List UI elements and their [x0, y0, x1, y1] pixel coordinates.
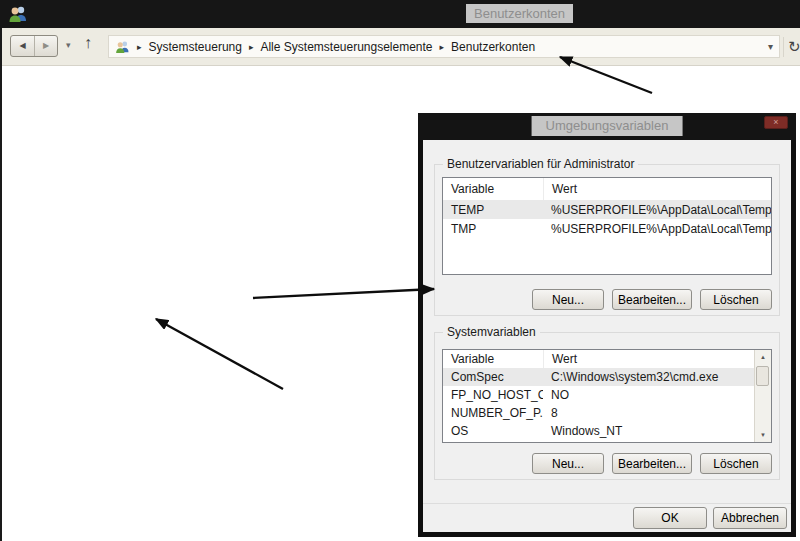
user-variables-buttons: Neu... Bearbeiten... Löschen: [524, 289, 772, 310]
column-wert: Wert: [543, 178, 771, 200]
cell-variable: ComSpec: [443, 370, 543, 384]
user-variables-group: Benutzervariablen für Administrator Vari…: [434, 164, 780, 316]
table-row-comspec[interactable]: ComSpec C:\Windows\system32\cmd.exe: [443, 368, 754, 386]
dialog-footer: OK Abbrechen: [423, 503, 791, 532]
table-row-os[interactable]: OS Windows_NT: [443, 422, 754, 440]
new-user-variable-button[interactable]: Neu...: [532, 289, 604, 310]
system-variables-list[interactable]: Variable Wert ComSpec C:\Windows\system3…: [442, 349, 772, 443]
system-variables-group-label: Systemvariablen: [443, 325, 540, 339]
column-variable: Variable: [443, 182, 543, 196]
breadcrumb-item-alle-elemente[interactable]: Alle Systemsteuerungselemente: [260, 40, 432, 54]
cell-variable: TEMP: [443, 203, 543, 217]
delete-system-variable-button[interactable]: Löschen: [700, 453, 772, 474]
table-row-tmp[interactable]: TMP %USERPROFILE%\AppData\Local\Temp: [443, 219, 771, 238]
scrollbar-thumb[interactable]: [756, 366, 769, 386]
user-variables-group-label: Benutzervariablen für Administrator: [443, 157, 638, 171]
chevron-right-icon: ▸: [137, 42, 142, 52]
environment-variables-dialog: Umgebungsvariablen × Benutzervariablen f…: [418, 113, 796, 537]
chevron-right-icon: ▸: [440, 42, 445, 52]
back-button[interactable]: ◀: [11, 36, 34, 56]
column-wert: Wert: [543, 350, 754, 368]
nav-history-buttons: ◀ ▶: [10, 35, 58, 57]
cell-wert: NO: [543, 388, 754, 402]
delete-user-variable-button[interactable]: Löschen: [700, 289, 772, 310]
system-variables-group: Systemvariablen Variable Wert ComSpec C:…: [434, 332, 780, 480]
cell-variable: NUMBER_OF_P...: [443, 406, 543, 420]
window-titlebar: Benutzerkonten: [0, 0, 800, 28]
list-header: Variable Wert: [443, 350, 754, 368]
close-icon[interactable]: ×: [764, 116, 788, 129]
edit-system-variable-button[interactable]: Bearbeiten...: [612, 453, 692, 474]
recent-pages-dropdown-icon[interactable]: ▾: [66, 40, 71, 50]
scroll-down-icon[interactable]: ▼: [755, 428, 771, 442]
window-left-border: [0, 28, 2, 541]
cell-wert: %USERPROFILE%\AppData\Local\Temp: [543, 222, 771, 236]
list-header: Variable Wert: [443, 178, 771, 200]
cell-wert: %USERPROFILE%\AppData\Local\Temp: [543, 203, 771, 217]
ok-button[interactable]: OK: [633, 507, 707, 529]
user-variables-list[interactable]: Variable Wert TEMP %USERPROFILE%\AppData…: [442, 177, 772, 275]
dialog-title: Umgebungsvariablen: [532, 116, 683, 136]
table-row-number-of-processors[interactable]: NUMBER_OF_P... 8: [443, 404, 754, 422]
cell-variable: FP_NO_HOST_C...: [443, 388, 543, 402]
forward-button[interactable]: ▶: [34, 36, 57, 56]
scrollbar-track[interactable]: [755, 364, 771, 428]
dialog-titlebar: Umgebungsvariablen ×: [418, 113, 796, 140]
scroll-up-icon[interactable]: ▲: [755, 350, 771, 364]
cell-wert: C:\Windows\system32\cmd.exe: [543, 370, 754, 384]
column-variable: Variable: [443, 352, 543, 366]
refresh-icon[interactable]: ↻: [788, 38, 800, 56]
nav-separator: [783, 37, 784, 57]
cancel-button[interactable]: Abbrechen: [713, 507, 787, 529]
breadcrumb[interactable]: ▸ Systemsteuerung ▸ Alle Systemsteuerung…: [108, 35, 780, 58]
user-accounts-icon: [8, 5, 28, 23]
table-row-fp-no-host[interactable]: FP_NO_HOST_C... NO: [443, 386, 754, 404]
window-title: Benutzerkonten: [466, 4, 573, 23]
breadcrumb-item-systemsteuerung[interactable]: Systemsteuerung: [149, 40, 242, 54]
system-variables-buttons: Neu... Bearbeiten... Löschen: [524, 453, 772, 474]
chevron-right-icon: ▸: [249, 42, 254, 52]
address-dropdown-icon[interactable]: ▾: [768, 41, 773, 52]
cell-variable: TMP: [443, 222, 543, 236]
cell-variable: OS: [443, 424, 543, 438]
breadcrumb-item-benutzerkonten[interactable]: Benutzerkonten: [451, 40, 535, 54]
dialog-body: Benutzervariablen für Administrator Vari…: [423, 140, 791, 532]
table-row-temp[interactable]: TEMP %USERPROFILE%\AppData\Local\Temp: [443, 200, 771, 219]
up-button[interactable]: ↑: [84, 34, 92, 52]
cell-wert: 8: [543, 406, 754, 420]
scrollbar[interactable]: ▲ ▼: [754, 350, 771, 442]
control-panel-icon: [115, 40, 130, 54]
edit-user-variable-button[interactable]: Bearbeiten...: [612, 289, 692, 310]
new-system-variable-button[interactable]: Neu...: [532, 453, 604, 474]
cell-wert: Windows_NT: [543, 424, 754, 438]
